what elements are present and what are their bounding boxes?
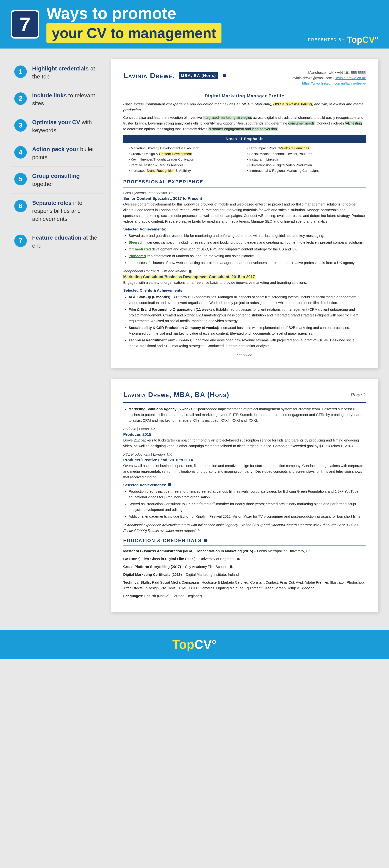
additional-note: ** Additional experience Advertising Int… bbox=[123, 522, 366, 533]
job5-achievements-label: Selected Achievements: bbox=[123, 482, 366, 488]
sidebar-label-5: Group consulting together bbox=[32, 172, 100, 188]
footer-logo-top: Top bbox=[172, 638, 194, 651]
cv-page-2: Lavinia Drewe, MBA, BA (Hons) Page 2 Mar… bbox=[111, 379, 378, 613]
job2-title: Marketing Consultant/Business Developmen… bbox=[123, 275, 255, 279]
page-header: 7 Ways to promote your CV to management … bbox=[0, 0, 389, 49]
cv-areas-section: Areas of Emphasis Marketing Strategy Dev… bbox=[123, 135, 366, 175]
header-number: 7 bbox=[20, 14, 30, 34]
sidebar-number-6: 6 bbox=[14, 200, 27, 212]
sidebar-number-3: 3 bbox=[14, 119, 27, 132]
presented-by-label: PRESENTED BY bbox=[308, 37, 345, 42]
job5-title: Producer/Creative Lead, 2010 to 2014 bbox=[123, 457, 366, 463]
cv-page2-number: Page 2 bbox=[351, 391, 366, 398]
job5-body: Oversaw all aspects of business operatio… bbox=[123, 463, 366, 480]
job2-intro: Engaged with a variety of organisations … bbox=[123, 280, 366, 285]
cv-job-1: Cora Systems | Manchester, UK Senior Con… bbox=[123, 190, 366, 266]
cv-job-4: Scribble | Leeds, UK Producer, 2015 Drov… bbox=[123, 426, 366, 449]
sidebar-item-4: 4 Action pack your bullet points bbox=[11, 140, 104, 167]
edu-item-3: Cross-Platform Storytelling (2017) – Cit… bbox=[123, 564, 366, 569]
cv-contact-email: lavinia.drewe@ymail.com • lavinia.drewe.… bbox=[291, 75, 366, 81]
area-item: Creative Design & Content Development bbox=[129, 151, 242, 157]
list-item: Technical Recruitment Firm (8 weeks): Id… bbox=[129, 337, 366, 349]
cv-contact-location: Manchester, UK • +44 161 555 5555 bbox=[291, 70, 366, 75]
topcv-logo-header: TopCV° bbox=[347, 35, 378, 45]
cv-job-5: XYZ Productions | London, UK Producer/Cr… bbox=[123, 452, 366, 520]
edu-item-6: Languages: English (Native), German (Beg… bbox=[123, 593, 366, 599]
header-text: Ways to promote your CV to management bbox=[47, 5, 221, 43]
list-item: Marketing Solutions Agency (5 weeks): Sp… bbox=[129, 406, 366, 423]
cv-job2-continued: Marketing Solutions Agency (5 weeks): Sp… bbox=[123, 406, 366, 423]
area-item: Marketing Strategy Development & Executi… bbox=[129, 146, 242, 151]
job5-company: XYZ Productions | London, UK bbox=[123, 452, 366, 457]
sidebar-label-6: Separate roles into responsibilities and… bbox=[32, 199, 100, 223]
header-presented-by: PRESENTED BY TopCV° bbox=[308, 35, 378, 45]
exp-divider bbox=[123, 187, 366, 187]
edu-item-4: Digital Marketing Certificate (2015) – D… bbox=[123, 572, 366, 578]
job4-body: Drove 212 backers to Kickstarter campaig… bbox=[123, 437, 366, 449]
cv-exp-title: Professional Experience bbox=[123, 178, 366, 185]
list-item: ABC Start-up (6 months): Built new B2B o… bbox=[129, 294, 366, 306]
cv-page2-header: Lavinia Drewe, MBA, BA (Hons) Page 2 bbox=[123, 390, 366, 403]
cv-profile-intro: Offer unique combination of experience a… bbox=[123, 101, 366, 113]
job1-achievements-label: Selected Achievements: bbox=[123, 226, 366, 232]
job5-achievements-list: Production credits include three short f… bbox=[123, 489, 366, 519]
job4-company: Scribble | Leeds, UK bbox=[123, 426, 366, 432]
cv-profile-section: Digital Marketing Manager Profile Offer … bbox=[123, 93, 366, 132]
job2-clients-label: Selected Clients & Achievements: bbox=[123, 287, 366, 293]
list-item: Served as brand guardian responsible for… bbox=[129, 233, 366, 239]
edu-item-1: Master of Business Administration (MBA),… bbox=[123, 548, 366, 554]
list-item: Pioneered implementation of Marketo as i… bbox=[129, 253, 366, 259]
list-item: Additional engagements include Editor fo… bbox=[129, 514, 366, 519]
job2-icon bbox=[189, 270, 192, 273]
cv-job-2: Independent Contracts | UK and Ireland M… bbox=[123, 269, 366, 349]
area-item: Key Influencer/Thought Leader Cultivatio… bbox=[129, 157, 242, 162]
job4-title: Producer, 2015 bbox=[123, 432, 366, 437]
list-item: Steered influencers campaign, including … bbox=[129, 240, 366, 245]
header-title-line1: Ways to promote bbox=[47, 5, 221, 22]
sidebar-label-1: Highlight credentials at the top bbox=[32, 65, 100, 81]
cv-email-link[interactable]: lavinia.drewe.co.uk bbox=[335, 76, 366, 80]
area-item: Instagram, LinkedIn bbox=[247, 157, 360, 162]
cv-linkedin-link[interactable]: https://www.linkedin.com/in/laviniadrewe bbox=[302, 81, 366, 85]
cv-profile-body: Conceptualise and lead the execution of … bbox=[123, 115, 366, 132]
cv-edu-section: Education & Credentials Master of Busine… bbox=[123, 537, 366, 599]
cv-linkedin: https://www.linkedin.com/in/laviniadrewe bbox=[291, 81, 366, 86]
job3-clients-list: Marketing Solutions Agency (5 weeks): Sp… bbox=[123, 406, 366, 423]
edu-icon bbox=[204, 539, 207, 542]
area-item: High-Impact Product/Website Launches bbox=[247, 146, 360, 151]
sidebar-item-1: 1 Highlight credentials at the top bbox=[11, 59, 104, 86]
sidebar-number-5: 5 bbox=[14, 173, 27, 185]
area-item: Increased Brand Recognition & Visibility bbox=[129, 168, 242, 174]
list-item: Served as Production Consultant to UK ac… bbox=[129, 501, 366, 513]
sidebar-item-5: 5 Group consulting together bbox=[11, 166, 104, 193]
sidebar-label-3: Optimise your CV with keywords bbox=[32, 118, 100, 134]
credentials-icon bbox=[223, 74, 226, 77]
sidebar-number-1: 1 bbox=[14, 65, 27, 78]
sidebar-number-7: 7 bbox=[14, 235, 27, 247]
areas-title: Areas of Emphasis bbox=[123, 135, 366, 143]
cv-continued: ... continued ... bbox=[123, 352, 366, 358]
list-item: Led successful launch of new website, ac… bbox=[129, 260, 366, 266]
area-item: International & Regional Marketing Campa… bbox=[247, 168, 360, 174]
cv-name: Lavinia Drewe, MBA, BA (Hons) bbox=[123, 70, 226, 81]
list-item: Film & Brand Partnership Organisation (1… bbox=[129, 307, 366, 324]
edu-item-2: BA (Hons) First Class in Digital Film (2… bbox=[123, 556, 366, 562]
cv-page-1: Lavinia Drewe, MBA, BA (Hons) Manchester… bbox=[111, 59, 378, 368]
job1-achievements-list: Served as brand guardian responsible for… bbox=[123, 233, 366, 266]
sidebar-item-3: 3 Optimise your CV with keywords bbox=[11, 113, 104, 140]
areas-grid: Marketing Strategy Development & Executi… bbox=[123, 144, 366, 175]
main-layout: 1 Highlight credentials at the top 2 Inc… bbox=[0, 49, 389, 623]
job1-title: Senior Content Specialist, 2017 to Prese… bbox=[123, 195, 366, 202]
sidebar-label-2: Include links to relevant sites bbox=[32, 92, 100, 107]
cv-area: Lavinia Drewe, MBA, BA (Hons) Manchester… bbox=[104, 59, 378, 612]
sidebar-label-7: Feature education at the end bbox=[32, 234, 100, 250]
sidebar-number-2: 2 bbox=[14, 92, 27, 105]
job1-body: Oversee content development for this wor… bbox=[123, 202, 366, 224]
sidebar-item-6: 6 Separate roles into responsibilities a… bbox=[11, 193, 104, 228]
cv-name-block: Lavinia Drewe, MBA, BA (Hons) bbox=[123, 70, 226, 81]
sidebar-number-4: 4 bbox=[14, 146, 27, 159]
edu-divider bbox=[123, 545, 366, 546]
footer-logo: TopCV° bbox=[172, 638, 217, 652]
sidebar-item-7: 7 Feature education at the end bbox=[11, 228, 104, 255]
achievements-icon bbox=[168, 484, 171, 486]
